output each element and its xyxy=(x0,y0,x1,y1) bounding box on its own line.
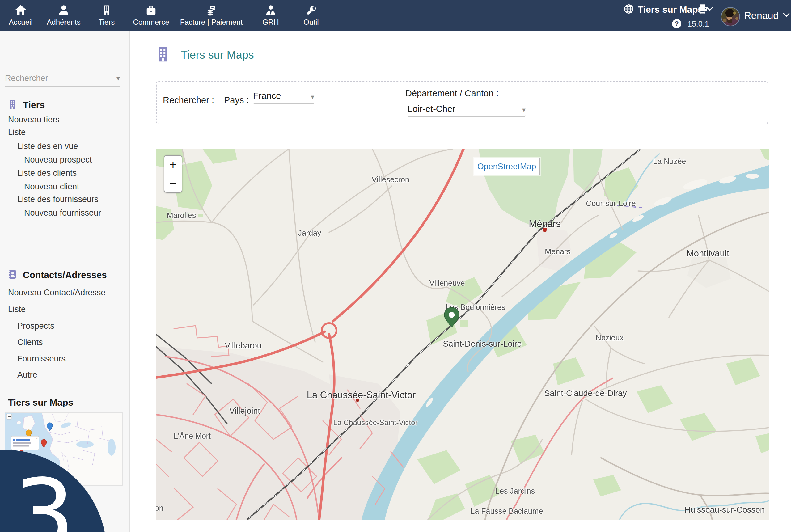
sidebar-section-tiers: Tiers xyxy=(7,99,45,111)
map-filter-panel: Rechercher : Pays : France ▾ Département… xyxy=(156,81,768,124)
map-marker-icon[interactable] xyxy=(444,307,459,329)
nav-item-grh[interactable]: GRH xyxy=(248,0,294,31)
map-label: Villeneuve xyxy=(430,279,465,288)
top-navbar: Accueil Adhérents Tiers Commerce xyxy=(0,0,791,31)
sidebar-item-clients[interactable]: Clients xyxy=(17,338,43,347)
sidebar-item-autre[interactable]: Autre xyxy=(17,370,37,380)
sidebar-item-fournisseurs[interactable]: Fournisseurs xyxy=(17,354,65,364)
map-label: Montlivault xyxy=(686,248,730,259)
map-label: Cour-sur-Loire xyxy=(586,199,636,208)
sidebar-item-nouveau-tiers[interactable]: Nouveau tiers xyxy=(8,115,60,125)
nav-label: Adhérents xyxy=(46,18,80,26)
version-number: 15.0.1 xyxy=(688,19,709,28)
department-label: Département / Canton : xyxy=(406,88,498,98)
sidebar-item-liste-des-fournisseurs[interactable]: Liste des fournisseurs xyxy=(17,195,98,204)
nav-item-adherents[interactable]: Adhérents xyxy=(41,0,86,31)
briefcase-icon xyxy=(145,3,157,17)
map-label: Marolles xyxy=(167,211,196,220)
user-menu[interactable]: Renaud xyxy=(744,10,790,21)
nav-item-outil[interactable]: Outil xyxy=(294,0,329,31)
sidebar-item-liste-des-en-vue[interactable]: Liste des en vue xyxy=(17,141,78,151)
member-icon xyxy=(58,3,70,17)
map-label: Villebarou xyxy=(225,341,262,350)
nav-label: Commerce xyxy=(133,18,169,26)
active-tab-notch xyxy=(102,31,112,37)
print-icon[interactable] xyxy=(697,4,708,16)
openstreetmap-layer-button[interactable]: OpenStreetMap xyxy=(474,158,540,175)
sidebar-item-liste-des-clients[interactable]: Liste des clients xyxy=(17,168,77,178)
coins-icon xyxy=(205,3,218,17)
map-tiles xyxy=(156,149,769,520)
map-label: La Nuzée xyxy=(653,157,686,166)
chevron-down-icon: ▾ xyxy=(311,93,314,101)
nav-label: GRH xyxy=(262,18,279,26)
zoom-out-button[interactable]: − xyxy=(164,174,182,192)
map-label: Nozieux xyxy=(596,334,623,342)
svg-text:×: × xyxy=(36,437,38,440)
left-sidebar: Rechercher ▾ Tiers Nouveau tiers Liste L… xyxy=(0,31,130,532)
map-label: Jarday xyxy=(298,229,321,238)
map-label: La Chaussée-Saint-Victor xyxy=(307,390,416,401)
town-dot xyxy=(543,228,547,232)
zoom-in-button[interactable]: + xyxy=(164,156,182,174)
nav-item-tiers[interactable]: Tiers xyxy=(86,0,127,31)
map-label: Saint-Denis-sur-Loire xyxy=(443,339,522,349)
map-label: on xyxy=(156,504,164,513)
sidebar-item-nouveau-fournisseur[interactable]: Nouveau fournisseur xyxy=(24,208,101,218)
help-and-version: ? 15.0.1 xyxy=(672,19,709,28)
help-icon[interactable]: ? xyxy=(672,19,681,28)
home-icon xyxy=(15,3,26,17)
nav-label: Facture | Paiement xyxy=(180,18,243,26)
department-select[interactable]: Loir-et-Cher ▾ xyxy=(408,104,526,117)
nav-item-commerce[interactable]: Commerce xyxy=(127,0,175,31)
sidebar-item-nouveau-prospect[interactable]: Nouveau prospect xyxy=(24,155,92,165)
divider xyxy=(5,226,120,226)
user-name: Renaud xyxy=(744,10,779,21)
chevron-down-icon: ▾ xyxy=(116,74,120,82)
country-label: Pays : xyxy=(224,95,249,106)
building-icon xyxy=(101,3,112,17)
chevron-down-icon xyxy=(783,13,790,19)
avatar[interactable] xyxy=(721,7,740,26)
main-menu: Accueil Adhérents Tiers Commerce xyxy=(0,0,329,31)
country-select[interactable]: France ▾ xyxy=(253,91,314,104)
search-filter-label: Rechercher : xyxy=(163,95,214,106)
context-title: Tiers sur Maps xyxy=(638,4,703,15)
globe-icon xyxy=(623,4,634,16)
section-title: Tiers xyxy=(23,100,45,110)
wrench-icon xyxy=(305,3,317,17)
map-label: La Chaussée-Saint-Victor xyxy=(333,418,417,427)
divider xyxy=(5,388,120,389)
building-icon xyxy=(7,99,17,111)
user-tie-icon xyxy=(265,3,277,17)
sidebar-search-input[interactable]: Rechercher ▾ xyxy=(5,74,120,87)
map-label: Les Jardins xyxy=(495,487,535,496)
chevron-down-icon: ▾ xyxy=(522,106,526,114)
search-placeholder: Rechercher xyxy=(5,74,48,83)
nav-label: Outil xyxy=(303,18,319,26)
address-book-icon xyxy=(7,269,17,281)
step-number: 3 xyxy=(14,458,75,532)
sidebar-item-nouveau-contact[interactable]: Nouveau Contact/Adresse xyxy=(8,288,105,298)
sidebar-item-prospects[interactable]: Prospects xyxy=(17,321,54,331)
map-label: L'Âne Mort xyxy=(174,432,211,440)
openstreetmap-canvas[interactable]: Villesecron La Nuzée Marolles Jarday Cou… xyxy=(156,149,769,520)
sidebar-item-liste-contacts[interactable]: Liste xyxy=(8,305,26,314)
map-label: Saint-Claude-de-Diray xyxy=(544,388,627,398)
section-title: Contacts/Adresses xyxy=(23,270,107,280)
page-title: Tiers sur Maps xyxy=(156,46,254,64)
map-label: La Fausse Baclaume xyxy=(471,507,543,516)
sidebar-item-nouveau-client[interactable]: Nouveau client xyxy=(24,182,79,192)
sidebar-item-liste[interactable]: Liste xyxy=(8,128,26,137)
nav-item-accueil[interactable]: Accueil xyxy=(0,0,41,31)
town-dot xyxy=(356,399,359,402)
sidebar-section-contacts: Contacts/Adresses xyxy=(7,269,107,281)
map-label: Menars xyxy=(545,247,570,256)
map-zoom-control: + − xyxy=(164,155,182,193)
map-label: Villesecron xyxy=(372,175,409,184)
building-icon xyxy=(156,46,170,64)
nav-label: Accueil xyxy=(8,18,33,26)
nav-item-facture-paiement[interactable]: Facture | Paiement xyxy=(175,0,248,31)
map-label: Villejoint xyxy=(229,406,260,416)
map-label: Huisseau-sur-Cosson xyxy=(684,505,765,515)
